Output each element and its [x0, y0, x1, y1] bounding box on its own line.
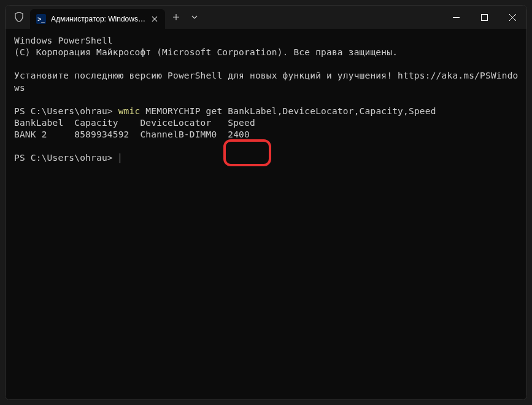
- maximize-button[interactable]: [470, 6, 498, 29]
- table-row: BANK 2 8589934592 ChannelB-DIMM0 2400: [14, 129, 520, 141]
- svg-rect-0: [453, 17, 460, 18]
- table-header: BankLabel Capacity DeviceLocator Speed: [14, 117, 520, 129]
- prompt-prefix: PS C:\Users\ohrau>: [14, 153, 118, 163]
- tab-powershell[interactable]: >_ Администратор: Windows Po: [30, 9, 165, 29]
- svg-rect-1: [481, 14, 487, 20]
- titlebar: >_ Администратор: Windows Po: [6, 6, 526, 29]
- output-line: Windows PowerShell: [14, 35, 520, 47]
- command-args: MEMORYCHIP get BankLabel,DeviceLocator,C…: [140, 106, 436, 116]
- tab-close-button[interactable]: [149, 14, 160, 25]
- tab-title: Администратор: Windows Po: [51, 15, 145, 23]
- output-line: Установите последнюю версию PowerShell д…: [14, 70, 520, 93]
- minimize-button[interactable]: [442, 6, 470, 29]
- terminal-window: >_ Администратор: Windows Po Windo: [5, 5, 527, 400]
- close-button[interactable]: [498, 6, 526, 29]
- prompt-line: PS C:\Users\ohrau> wmic MEMORYCHIP get B…: [14, 106, 520, 117]
- output-blank: [14, 94, 520, 106]
- output-blank: [14, 141, 520, 152]
- output-blank: [14, 58, 520, 70]
- prompt-line: PS C:\Users\ohrau>: [14, 152, 520, 164]
- powershell-icon: >_: [36, 14, 46, 24]
- shield-icon: [14, 12, 24, 22]
- window-controls: [442, 6, 526, 29]
- new-tab-button[interactable]: [166, 9, 186, 26]
- terminal-content[interactable]: Windows PowerShell (C) Корпорация Майкро…: [6, 29, 526, 399]
- tab-dropdown-button[interactable]: [186, 9, 203, 26]
- command-name: wmic: [118, 106, 141, 116]
- cursor: [120, 153, 120, 163]
- prompt-prefix: PS C:\Users\ohrau>: [14, 106, 118, 116]
- output-line: (C) Корпорация Майкрософт (Microsoft Cor…: [14, 47, 520, 58]
